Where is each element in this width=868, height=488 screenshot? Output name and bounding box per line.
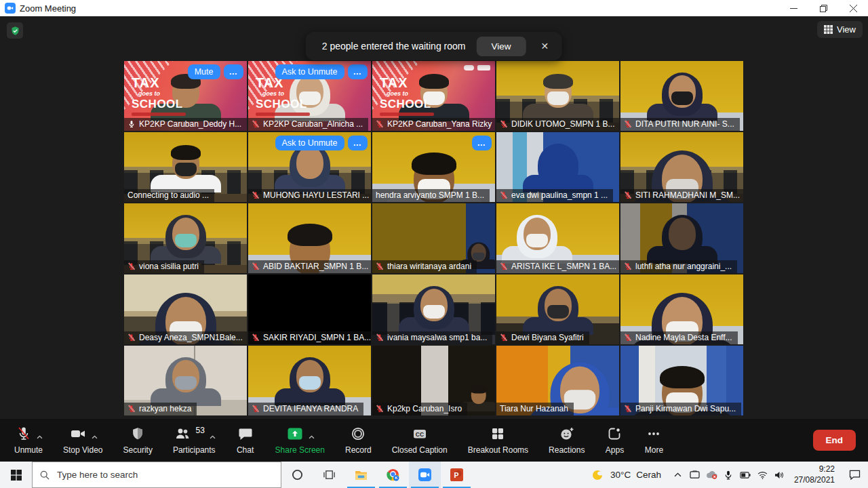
ask-to-unmute-button[interactable]: Ask to Unmute: [275, 136, 344, 150]
participant-name: DIDIK UTOMO_SMPN 1 B...: [511, 119, 614, 129]
waiting-room-notification: 2 people entered the waiting room View ✕: [306, 32, 562, 60]
toolbar-unmute-button[interactable]: Unmute: [4, 426, 53, 455]
participant-tile[interactable]: ABID BAKTIAR_SMPN 1 B...: [248, 203, 371, 273]
screen: Zoom Meeting 2 people entered the waitin…: [0, 0, 868, 488]
toolbar-item-label: Chat: [237, 445, 254, 455]
participant-name: luthfi atha nur anggraini_...: [635, 262, 732, 271]
toolbar-item-label: Closed Caption: [392, 445, 448, 455]
zoom-taskbar-icon[interactable]: [409, 462, 441, 488]
search-input[interactable]: [56, 469, 273, 481]
toolbar-stop-video-button[interactable]: Stop Video: [53, 426, 113, 455]
participant-tile[interactable]: TAXgoes toSCHOOL Ask to Unmute… KP2KP Ca…: [248, 61, 371, 131]
chevron-up-icon[interactable]: [309, 432, 314, 437]
participant-name-bar: viona sisilia putri: [124, 260, 204, 273]
end-meeting-button[interactable]: End: [813, 430, 856, 451]
participant-tile[interactable]: viona sisilia putri: [124, 203, 247, 273]
tile-more-button[interactable]: …: [348, 64, 368, 79]
toolbar-security-button[interactable]: Security: [113, 426, 163, 455]
participant-tile[interactable]: TAXgoes toSCHOOL KP2KP Caruban_Yana Rizk…: [372, 61, 495, 131]
chrome-taskbar-icon[interactable]: K: [377, 462, 409, 488]
mic-status-icon: [127, 405, 136, 413]
record-icon: [350, 426, 366, 444]
participants-count-badge: 53: [196, 426, 205, 435]
participant-tile[interactable]: ARISTA IKE L_SMPN 1 BA...: [496, 203, 619, 273]
wifi-icon[interactable]: [754, 462, 771, 488]
task-view-button[interactable]: [313, 462, 345, 488]
tile-more-button[interactable]: …: [472, 136, 492, 150]
toolbar-chat-button[interactable]: Chat: [226, 426, 265, 455]
participant-name-bar: Dewi Biyana Syafitri: [496, 331, 589, 344]
toolbar-more-button[interactable]: More: [634, 426, 673, 455]
participant-tile[interactable]: DEVITA IFANYA RANDRA: [248, 346, 371, 415]
participant-tile[interactable]: razkyan hekza: [124, 346, 247, 415]
meeting-area: 2 people entered the waiting room View ✕…: [0, 16, 868, 419]
chevron-up-icon[interactable]: [92, 432, 97, 437]
view-layout-button[interactable]: View: [817, 21, 863, 38]
share-screen-icon: [286, 426, 304, 444]
minimize-button[interactable]: [778, 0, 808, 16]
cortana-button[interactable]: [281, 462, 313, 488]
notification-close-icon[interactable]: ✕: [537, 41, 553, 52]
participant-tile[interactable]: DIDIK UTOMO_SMPN 1 B...: [496, 61, 619, 131]
meeting-info-shield-icon[interactable]: [7, 22, 23, 39]
participant-name: Panji Kirmawan Dwi Sapu...: [635, 404, 736, 413]
weather-widget[interactable]: 30°C Cerah: [583, 462, 669, 488]
cortana-icon: [292, 469, 303, 481]
participant-tile[interactable]: Ask to Unmute… MUHONG HAYU LESTARI ...: [248, 132, 371, 202]
participant-tile[interactable]: TAXgoes toSCHOOL Mute… KP2KP Caruban_Ded…: [124, 61, 247, 131]
person-figure: [149, 352, 223, 406]
participant-tile[interactable]: ivania maysalwa smp1 ba...: [372, 274, 495, 344]
toolbar-item-label: Unmute: [14, 445, 43, 455]
speaker-icon[interactable]: [771, 462, 788, 488]
mute-button[interactable]: Mute: [188, 64, 220, 79]
mic-status-icon: [500, 333, 508, 342]
participant-tile[interactable]: Nadine Mayla Desta Enff...: [620, 274, 743, 344]
battery-icon[interactable]: [737, 462, 754, 488]
taskbar-clock[interactable]: 9:22 27/08/2021: [788, 462, 841, 488]
toolbar-record-button[interactable]: Record: [335, 426, 382, 455]
waiting-room-view-button[interactable]: View: [476, 37, 526, 56]
participant-tile[interactable]: Deasy Aneza_SMPN1Bale...: [124, 274, 247, 344]
participant-tile[interactable]: thiara wiritanaya ardani: [372, 203, 495, 273]
start-button[interactable]: [0, 462, 32, 488]
windows-logo-icon: [11, 470, 22, 481]
mic-status-icon: [376, 120, 384, 128]
participant-tile[interactable]: Dewi Biyana Syafitri: [496, 274, 619, 344]
participant-tile[interactable]: SAKIR RIYADI_SMPN 1 BA...: [248, 274, 371, 344]
participant-tile[interactable]: Kp2kp Caruban_Isro: [372, 346, 495, 415]
participant-tile[interactable]: Tiara Nur Hazanah: [496, 346, 619, 415]
toolbar-closed-caption-button[interactable]: CCClosed Caption: [382, 426, 458, 455]
chevron-up-icon[interactable]: [37, 432, 42, 437]
chevron-up-icon[interactable]: [210, 432, 215, 437]
toolbar-item-label: Apps: [606, 445, 624, 455]
hidden-icons-chevron-icon[interactable]: [669, 462, 686, 488]
participant-tile[interactable]: DITA PUTRI NUR AINI- S...: [620, 61, 743, 131]
onedrive-error-icon[interactable]: [703, 462, 720, 488]
cast-display-icon[interactable]: [686, 462, 703, 488]
participant-tile[interactable]: Connecting to audio ...: [124, 132, 247, 202]
taskbar-search[interactable]: [32, 462, 281, 488]
close-window-button[interactable]: [838, 0, 868, 16]
participant-tile[interactable]: … hendra arviyanto SMPM 1 B...: [372, 132, 495, 202]
participant-tile[interactable]: eva dwi paulina_smpn 1 ...: [496, 132, 619, 202]
participant-tile[interactable]: Panji Kirmawan Dwi Sapu...: [620, 346, 743, 415]
participant-tile[interactable]: luthfi atha nur anggraini_...: [620, 203, 743, 273]
ask-to-unmute-button[interactable]: Ask to Unmute: [275, 64, 344, 79]
tile-more-button[interactable]: …: [224, 64, 244, 79]
participant-tile[interactable]: SITI RAHMADHANI M_SM...: [620, 132, 743, 202]
toolbar-apps-button[interactable]: Apps: [595, 426, 634, 455]
toolbar-breakout-rooms-button[interactable]: Breakout Rooms: [458, 426, 538, 455]
tile-more-button[interactable]: …: [348, 136, 368, 150]
participant-name-bar: Deasy Aneza_SMPN1Bale...: [124, 331, 247, 344]
restore-button[interactable]: [808, 0, 838, 16]
file-explorer-taskbar-icon[interactable]: [345, 462, 377, 488]
microphone-tray-icon[interactable]: [720, 462, 737, 488]
powerpoint-taskbar-icon[interactable]: P: [441, 462, 473, 488]
action-center-button[interactable]: [841, 462, 868, 488]
toolbar-reactions-button[interactable]: Reactions: [538, 426, 595, 455]
person-figure: [645, 67, 719, 121]
toolbar-share-screen-button[interactable]: Share Screen: [265, 426, 335, 455]
mic-status-icon: [376, 405, 384, 413]
toolbar-participants-button[interactable]: 53Participants: [163, 426, 226, 455]
svg-text:CC: CC: [416, 430, 424, 437]
